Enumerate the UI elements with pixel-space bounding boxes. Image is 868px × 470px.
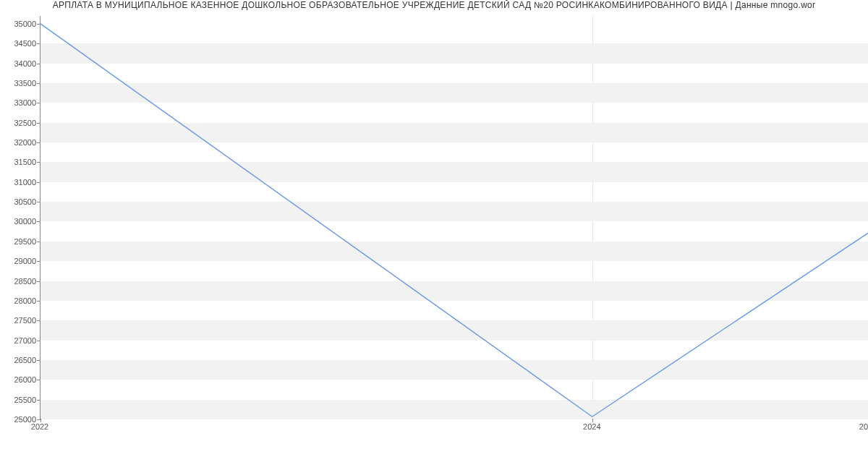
y-tick-mark bbox=[37, 103, 41, 103]
y-tick-label: 31500 bbox=[0, 158, 36, 166]
y-tick-mark bbox=[37, 242, 41, 242]
y-tick-label: 26500 bbox=[0, 356, 36, 364]
x-tick-label: 2024 bbox=[583, 422, 600, 431]
y-tick-mark bbox=[37, 281, 41, 282]
line-chart: АРПЛАТА В МУНИЦИПАЛЬНОЕ КАЗЕННОЕ ДОШКОЛЬ… bbox=[0, 0, 868, 470]
y-tick-label: 34000 bbox=[0, 59, 36, 68]
y-tick-mark bbox=[37, 301, 41, 302]
y-tick-label: 30000 bbox=[0, 217, 36, 226]
y-tick-label: 26000 bbox=[0, 375, 36, 384]
series-line bbox=[41, 24, 868, 416]
y-tick-label: 27000 bbox=[0, 336, 36, 345]
y-tick-mark bbox=[37, 64, 41, 64]
y-tick-label: 33000 bbox=[0, 98, 36, 107]
y-tick-mark bbox=[37, 380, 41, 380]
y-tick-mark bbox=[37, 202, 41, 202]
y-tick-mark bbox=[37, 221, 41, 222]
y-tick-mark bbox=[37, 320, 41, 321]
y-tick-label: 28500 bbox=[0, 277, 36, 286]
y-tick-label: 25500 bbox=[0, 396, 36, 404]
plot-area bbox=[40, 16, 868, 419]
x-tick-label: 2022 bbox=[31, 422, 48, 431]
y-tick-label: 30500 bbox=[0, 197, 36, 206]
x-tick-label: 2025 bbox=[859, 422, 868, 431]
y-tick-label: 32500 bbox=[0, 119, 36, 127]
y-tick-mark bbox=[37, 24, 41, 25]
y-tick-label: 28000 bbox=[0, 296, 36, 305]
line-layer bbox=[41, 16, 868, 419]
y-tick-label: 33500 bbox=[0, 79, 36, 87]
y-tick-label: 27500 bbox=[0, 316, 36, 325]
y-tick-mark bbox=[37, 43, 41, 44]
y-tick-mark bbox=[37, 83, 41, 84]
y-tick-mark bbox=[37, 341, 41, 341]
y-tick-mark bbox=[37, 261, 41, 262]
y-tick-label: 35000 bbox=[0, 20, 36, 28]
y-tick-mark bbox=[37, 360, 41, 361]
y-tick-mark bbox=[37, 162, 41, 163]
y-tick-label: 29000 bbox=[0, 257, 36, 265]
y-tick-mark bbox=[37, 123, 41, 124]
y-tick-label: 32000 bbox=[0, 138, 36, 147]
y-tick-label: 34500 bbox=[0, 39, 36, 48]
y-tick-label: 31000 bbox=[0, 178, 36, 187]
y-tick-mark bbox=[37, 400, 41, 401]
y-tick-mark bbox=[37, 182, 41, 183]
y-tick-label: 29500 bbox=[0, 237, 36, 246]
y-tick-mark bbox=[37, 142, 41, 143]
chart-title: АРПЛАТА В МУНИЦИПАЛЬНОЕ КАЗЕННОЕ ДОШКОЛЬ… bbox=[0, 0, 868, 14]
